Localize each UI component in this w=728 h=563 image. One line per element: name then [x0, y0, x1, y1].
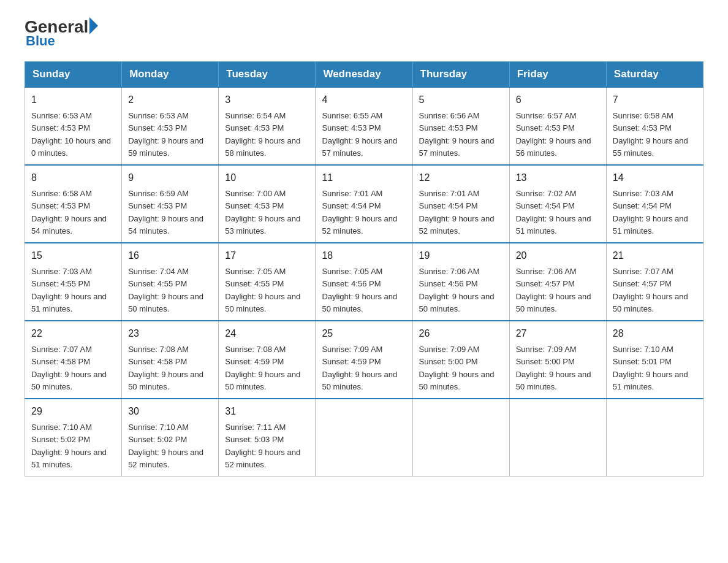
day-number: 29	[31, 404, 115, 419]
calendar-table: SundayMondayTuesdayWednesdayThursdayFrid…	[25, 61, 703, 477]
day-number: 3	[225, 93, 309, 107]
calendar-day-cell: 6 Sunrise: 6:57 AMSunset: 4:53 PMDayligh…	[509, 87, 606, 165]
day-info: Sunrise: 7:10 AMSunset: 5:01 PMDaylight:…	[613, 345, 688, 391]
calendar-day-cell: 30 Sunrise: 7:10 AMSunset: 5:02 PMDaylig…	[122, 399, 219, 477]
day-info: Sunrise: 7:05 AMSunset: 4:55 PMDaylight:…	[225, 267, 300, 313]
day-number: 24	[225, 326, 309, 341]
day-number: 27	[516, 326, 600, 341]
calendar-day-cell: 10 Sunrise: 7:00 AMSunset: 4:53 PMDaylig…	[219, 165, 316, 243]
day-info: Sunrise: 7:00 AMSunset: 4:53 PMDaylight:…	[225, 189, 300, 236]
day-number: 4	[322, 93, 406, 107]
day-number: 9	[128, 170, 212, 185]
calendar-day-cell: 14 Sunrise: 7:03 AMSunset: 4:54 PMDaylig…	[606, 165, 703, 243]
calendar-day-cell	[316, 399, 412, 477]
day-number: 19	[419, 248, 503, 263]
logo-triangle-icon	[89, 17, 98, 34]
day-info: Sunrise: 7:08 AMSunset: 4:58 PMDaylight:…	[128, 345, 203, 391]
day-info: Sunrise: 7:06 AMSunset: 4:56 PMDaylight:…	[419, 267, 495, 313]
day-number: 5	[419, 93, 503, 107]
day-number: 16	[128, 248, 212, 263]
day-info: Sunrise: 6:56 AMSunset: 4:53 PMDaylight:…	[419, 111, 495, 158]
calendar-day-cell: 5 Sunrise: 6:56 AMSunset: 4:53 PMDayligh…	[412, 87, 509, 165]
day-number: 20	[516, 248, 600, 263]
calendar-day-cell: 7 Sunrise: 6:58 AMSunset: 4:53 PMDayligh…	[606, 87, 703, 165]
calendar-day-cell: 19 Sunrise: 7:06 AMSunset: 4:56 PMDaylig…	[412, 243, 509, 321]
day-number: 10	[225, 170, 309, 185]
day-info: Sunrise: 6:58 AMSunset: 4:53 PMDaylight:…	[31, 189, 107, 236]
day-number: 17	[225, 248, 309, 263]
calendar-day-cell: 1 Sunrise: 6:53 AMSunset: 4:53 PMDayligh…	[25, 87, 122, 165]
day-number: 2	[128, 93, 212, 107]
day-info: Sunrise: 7:01 AMSunset: 4:54 PMDaylight:…	[322, 189, 397, 236]
day-info: Sunrise: 7:09 AMSunset: 4:59 PMDaylight:…	[322, 345, 397, 391]
day-number: 22	[31, 326, 115, 341]
day-info: Sunrise: 6:58 AMSunset: 4:53 PMDaylight:…	[613, 111, 688, 158]
calendar-day-cell: 9 Sunrise: 6:59 AMSunset: 4:53 PMDayligh…	[122, 165, 219, 243]
calendar-week-row: 8 Sunrise: 6:58 AMSunset: 4:53 PMDayligh…	[25, 165, 703, 243]
day-info: Sunrise: 7:03 AMSunset: 4:55 PMDaylight:…	[31, 267, 107, 313]
day-info: Sunrise: 7:04 AMSunset: 4:55 PMDaylight:…	[128, 267, 203, 313]
page-header: General Blue	[25, 18, 703, 49]
day-number: 21	[613, 248, 697, 263]
day-number: 6	[516, 93, 600, 107]
calendar-day-cell: 13 Sunrise: 7:02 AMSunset: 4:54 PMDaylig…	[509, 165, 606, 243]
day-of-week-header: Saturday	[606, 62, 703, 88]
day-number: 11	[322, 170, 406, 185]
day-number: 8	[31, 170, 115, 185]
calendar-day-cell: 22 Sunrise: 7:07 AMSunset: 4:58 PMDaylig…	[25, 321, 122, 399]
day-number: 23	[128, 326, 212, 341]
day-info: Sunrise: 7:08 AMSunset: 4:59 PMDaylight:…	[225, 345, 300, 391]
day-number: 12	[419, 170, 503, 185]
calendar-day-cell: 25 Sunrise: 7:09 AMSunset: 4:59 PMDaylig…	[316, 321, 412, 399]
calendar-day-cell	[606, 399, 703, 477]
calendar-day-cell: 4 Sunrise: 6:55 AMSunset: 4:53 PMDayligh…	[316, 87, 412, 165]
day-of-week-header: Friday	[509, 62, 606, 88]
day-number: 18	[322, 248, 406, 263]
calendar-day-cell: 3 Sunrise: 6:54 AMSunset: 4:53 PMDayligh…	[219, 87, 316, 165]
day-number: 7	[613, 93, 697, 107]
logo: General Blue	[25, 18, 98, 49]
calendar-day-cell: 24 Sunrise: 7:08 AMSunset: 4:59 PMDaylig…	[219, 321, 316, 399]
day-of-week-header: Monday	[122, 62, 219, 88]
day-number: 31	[225, 404, 309, 419]
calendar-day-cell: 18 Sunrise: 7:05 AMSunset: 4:56 PMDaylig…	[316, 243, 412, 321]
day-info: Sunrise: 7:09 AMSunset: 5:00 PMDaylight:…	[419, 345, 495, 391]
calendar-day-cell	[412, 399, 509, 477]
calendar-day-cell: 23 Sunrise: 7:08 AMSunset: 4:58 PMDaylig…	[122, 321, 219, 399]
calendar-day-cell: 12 Sunrise: 7:01 AMSunset: 4:54 PMDaylig…	[412, 165, 509, 243]
calendar-day-cell: 27 Sunrise: 7:09 AMSunset: 5:00 PMDaylig…	[509, 321, 606, 399]
calendar-week-row: 1 Sunrise: 6:53 AMSunset: 4:53 PMDayligh…	[25, 87, 703, 165]
day-info: Sunrise: 7:03 AMSunset: 4:54 PMDaylight:…	[613, 189, 688, 236]
day-info: Sunrise: 6:53 AMSunset: 4:53 PMDaylight:…	[31, 111, 111, 158]
day-of-week-header: Tuesday	[219, 62, 316, 88]
day-info: Sunrise: 7:10 AMSunset: 5:02 PMDaylight:…	[128, 423, 203, 469]
calendar-day-cell: 15 Sunrise: 7:03 AMSunset: 4:55 PMDaylig…	[25, 243, 122, 321]
calendar-day-cell	[509, 399, 606, 477]
calendar-week-row: 29 Sunrise: 7:10 AMSunset: 5:02 PMDaylig…	[25, 399, 703, 477]
day-info: Sunrise: 7:07 AMSunset: 4:58 PMDaylight:…	[31, 345, 107, 391]
day-info: Sunrise: 6:57 AMSunset: 4:53 PMDaylight:…	[516, 111, 591, 158]
day-of-week-header: Wednesday	[316, 62, 412, 88]
day-info: Sunrise: 7:01 AMSunset: 4:54 PMDaylight:…	[419, 189, 495, 236]
day-number: 28	[613, 326, 697, 341]
calendar-week-row: 22 Sunrise: 7:07 AMSunset: 4:58 PMDaylig…	[25, 321, 703, 399]
calendar-day-cell: 21 Sunrise: 7:07 AMSunset: 4:57 PMDaylig…	[606, 243, 703, 321]
calendar-day-cell: 16 Sunrise: 7:04 AMSunset: 4:55 PMDaylig…	[122, 243, 219, 321]
calendar-day-cell: 2 Sunrise: 6:53 AMSunset: 4:53 PMDayligh…	[122, 87, 219, 165]
day-info: Sunrise: 7:02 AMSunset: 4:54 PMDaylight:…	[516, 189, 591, 236]
calendar-day-cell: 29 Sunrise: 7:10 AMSunset: 5:02 PMDaylig…	[25, 399, 122, 477]
day-info: Sunrise: 7:10 AMSunset: 5:02 PMDaylight:…	[31, 423, 107, 469]
calendar-day-cell: 17 Sunrise: 7:05 AMSunset: 4:55 PMDaylig…	[219, 243, 316, 321]
day-info: Sunrise: 6:55 AMSunset: 4:53 PMDaylight:…	[322, 111, 397, 158]
day-number: 13	[516, 170, 600, 185]
day-info: Sunrise: 6:59 AMSunset: 4:53 PMDaylight:…	[128, 189, 203, 236]
calendar-header-row: SundayMondayTuesdayWednesdayThursdayFrid…	[25, 62, 703, 88]
day-of-week-header: Thursday	[412, 62, 509, 88]
calendar-day-cell: 28 Sunrise: 7:10 AMSunset: 5:01 PMDaylig…	[606, 321, 703, 399]
day-info: Sunrise: 7:05 AMSunset: 4:56 PMDaylight:…	[322, 267, 397, 313]
day-number: 26	[419, 326, 503, 341]
calendar-week-row: 15 Sunrise: 7:03 AMSunset: 4:55 PMDaylig…	[25, 243, 703, 321]
day-info: Sunrise: 7:11 AMSunset: 5:03 PMDaylight:…	[225, 423, 300, 469]
day-info: Sunrise: 6:53 AMSunset: 4:53 PMDaylight:…	[128, 111, 203, 158]
day-number: 14	[613, 170, 697, 185]
